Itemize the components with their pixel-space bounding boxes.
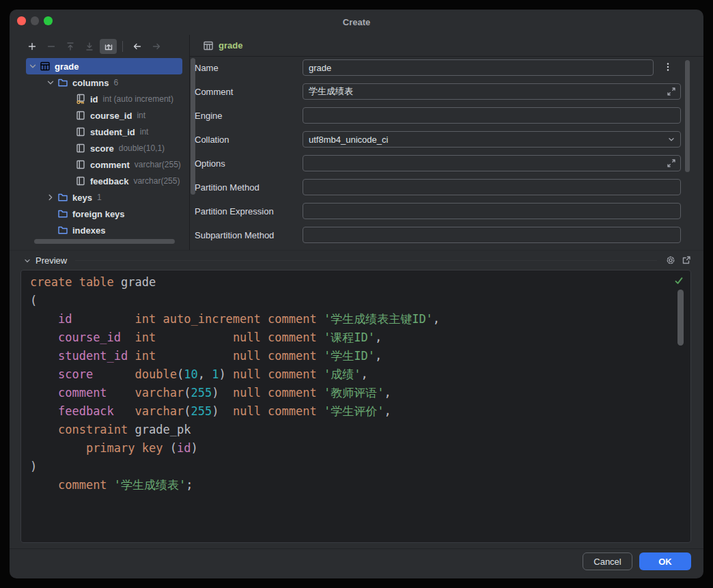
chevron-spacer [44, 225, 57, 236]
chevron-right-icon[interactable] [44, 192, 57, 203]
tree-vertical-scrollbar[interactable] [191, 58, 195, 195]
folder-icon [57, 208, 68, 219]
collation-input[interactable] [303, 135, 680, 145]
sql-preview-panel[interactable]: create table grade( id int auto_incremen… [20, 270, 691, 543]
options-input[interactable] [303, 158, 680, 169]
tree-item-foreign-keys[interactable]: foreign keys [26, 206, 182, 222]
move-down-icon [84, 41, 95, 52]
partition-expression-field[interactable] [303, 203, 681, 219]
structure-toolbar [23, 38, 165, 55]
partition-expression-input[interactable] [303, 206, 680, 216]
screen: { "window": { "title": "Create" }, "traf… [0, 0, 713, 588]
sql-code-line: id int auto_increment comment '学生成绩表主键ID… [30, 310, 440, 328]
chevron-down-icon[interactable] [26, 61, 40, 72]
settings-gear-icon[interactable] [665, 255, 676, 266]
expand-icon[interactable] [666, 158, 677, 169]
cancel-button[interactable]: Cancel [583, 552, 632, 570]
structure-panel: gradecolumns6idint (auto increment)cours… [20, 35, 189, 250]
toolbar-add-button[interactable] [23, 39, 40, 54]
sql-code-line: ) [30, 458, 440, 476]
tree-item-student_id[interactable]: student_idint [26, 124, 182, 140]
partition-method-field[interactable] [303, 179, 681, 195]
tree-item-indexes[interactable]: indexes [26, 222, 182, 238]
chevron-spacer [61, 143, 75, 154]
tree-item-count: 1 [97, 193, 102, 202]
comment-field[interactable] [303, 83, 681, 100]
folder-icon [57, 225, 68, 236]
folder-icon [57, 192, 68, 203]
column-icon [75, 143, 86, 154]
form-row-partition-expression: Partition Expression [195, 203, 681, 219]
open-in-editor-icon[interactable] [681, 255, 692, 266]
column-icon [75, 176, 86, 186]
form-row-subpartition-method: Subpartition Method [195, 227, 681, 243]
object-tab-label: grade [219, 40, 242, 51]
column-icon [75, 110, 86, 121]
tree-item-type: int [140, 127, 149, 137]
zoom-window-button[interactable] [44, 16, 53, 25]
sql-code-line: feedback varchar(255) null comment '学生评价… [30, 402, 440, 421]
tree-item-label: id [90, 94, 98, 104]
column-icon [75, 126, 86, 137]
chevron-down-icon[interactable] [44, 77, 57, 88]
toolbar-move-down-button[interactable] [81, 39, 98, 54]
arrow-left-icon [132, 41, 143, 52]
collation-field[interactable] [303, 131, 681, 148]
tree-item-comment[interactable]: commentvarchar(255) [26, 156, 182, 173]
chevron-spacer [44, 208, 57, 219]
chevron-spacer [61, 159, 75, 170]
tree-item-type: varchar(255) [135, 160, 181, 169]
name-field[interactable] [303, 59, 654, 76]
tree-item-type: varchar(255) [133, 176, 180, 186]
comment-input[interactable] [303, 87, 680, 97]
toolbar-move-up-button[interactable] [61, 39, 79, 54]
tree-item-label: student_id [90, 127, 135, 137]
close-window-button[interactable] [17, 16, 26, 25]
chevron-down-icon[interactable] [666, 134, 677, 145]
subpartition-method-field[interactable] [303, 227, 681, 243]
tree-item-label: comment [90, 160, 130, 170]
tree-item-course_id[interactable]: course_idint [26, 107, 182, 124]
expand-icon[interactable] [666, 86, 677, 97]
options-field[interactable] [303, 155, 681, 171]
tree-item-label: course_id [90, 111, 132, 121]
engine-field[interactable] [303, 107, 681, 124]
toolbar-back-button[interactable] [128, 39, 145, 54]
preview-header: Preview [10, 250, 703, 270]
preview-vertical-scrollbar[interactable] [677, 290, 684, 346]
tree-item-score[interactable]: scoredouble(10,1) [26, 140, 182, 156]
toolbar-remove-button[interactable] [42, 39, 59, 54]
engine-input[interactable] [303, 111, 680, 121]
form-vertical-scrollbar[interactable] [685, 60, 690, 172]
jump-to-top-icon [103, 41, 114, 52]
tree-item-columns[interactable]: columns6 [26, 74, 182, 91]
tree-item-label: foreign keys [72, 209, 125, 219]
toolbar-preview-toggle-button[interactable] [100, 39, 117, 54]
tree-item-id[interactable]: idint (auto increment) [26, 91, 182, 107]
subpartition-method-label: Subpartition Method [195, 230, 303, 240]
dialog-footer: Cancel OK [10, 548, 703, 578]
table-icon [40, 61, 51, 72]
name-input[interactable] [303, 63, 653, 73]
comment-label: Comment [195, 87, 303, 97]
collapse-chevron-down-icon[interactable] [23, 255, 32, 265]
minimize-window-button[interactable] [31, 16, 40, 25]
subpartition-method-input[interactable] [303, 230, 680, 240]
tree-horizontal-scrollbar[interactable] [34, 239, 175, 244]
tree-item-grade[interactable]: grade [26, 58, 182, 74]
tree-item-feedback[interactable]: feedbackvarchar(255) [26, 173, 182, 189]
collation-label: Collation [195, 135, 303, 145]
create-dialog: Create gradecolumns6idint (auto incremen… [10, 10, 703, 578]
sql-code-line: comment varchar(255) null comment '教师评语'… [30, 384, 440, 402]
partition-method-input[interactable] [303, 182, 680, 193]
ok-button[interactable]: OK [639, 552, 691, 570]
chevron-spacer [61, 94, 75, 104]
tree-item-keys[interactable]: keys1 [26, 189, 182, 206]
chevron-spacer [61, 126, 75, 137]
form-row-comment: Comment [195, 83, 681, 100]
tree-item-label: score [90, 143, 114, 154]
sql-code-line: score double(10, 1) null comment '成绩', [30, 365, 440, 384]
kebab-menu-icon[interactable] [662, 61, 675, 74]
toolbar-forward-button[interactable] [148, 39, 165, 54]
tree-item-label: keys [72, 193, 92, 203]
